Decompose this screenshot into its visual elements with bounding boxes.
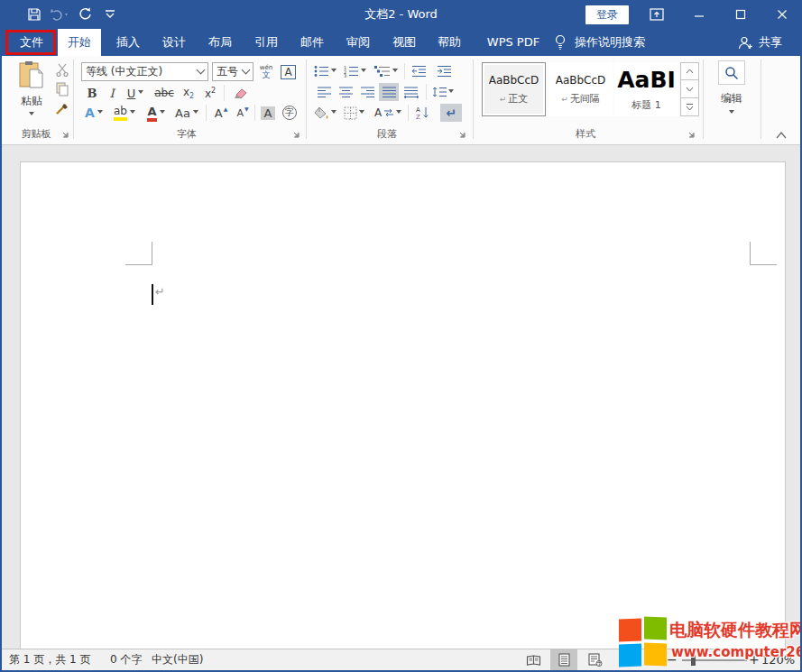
ribbon-display-options-button[interactable] — [646, 4, 668, 25]
tab-design[interactable]: 设计 — [151, 29, 198, 56]
sort-button[interactable]: A Z — [411, 104, 435, 122]
show-hide-marks-button[interactable]: ↵ — [440, 104, 462, 122]
paragraph-mark-icon: ↵ — [446, 106, 456, 120]
multilevel-list-button[interactable] — [372, 62, 401, 80]
document-page[interactable]: ↵ — [20, 161, 786, 653]
tab-wps-pdf[interactable]: WPS PDF — [476, 29, 550, 56]
align-right-icon — [360, 87, 375, 98]
shrink-font-button[interactable]: A ▼ — [233, 104, 253, 122]
editing-button[interactable]: 编辑 — [714, 60, 749, 120]
print-layout-button[interactable] — [550, 649, 577, 670]
phonetic-guide-button[interactable]: wén 文 — [256, 62, 276, 81]
style-heading-1[interactable]: AaBI 标题 1 — [614, 62, 678, 116]
highlight-label: ab — [114, 105, 127, 121]
style-name: 无间隔 — [570, 93, 600, 105]
shading-button[interactable] — [312, 104, 337, 122]
close-button[interactable] — [762, 0, 802, 29]
font-name-combobox[interactable]: 等线 (中文正文) — [81, 62, 208, 81]
copy-button[interactable] — [52, 81, 72, 97]
clear-formatting-button[interactable] — [227, 84, 251, 102]
paragraph-dialog-launcher[interactable] — [456, 129, 467, 140]
align-left-button[interactable] — [314, 83, 334, 101]
svg-text:3: 3 — [344, 73, 346, 78]
style-no-spacing[interactable]: AaBbCcD ↵无间隔 — [548, 62, 613, 116]
styles-scroll-up-button[interactable] — [680, 62, 699, 80]
tab-layout[interactable]: 布局 — [197, 29, 244, 56]
clipboard-dialog-launcher[interactable] — [60, 129, 70, 140]
maximize-icon — [735, 9, 746, 20]
underline-button[interactable]: U — [123, 84, 148, 102]
bold-button[interactable]: B — [83, 84, 101, 102]
shrink-font-label: A — [236, 107, 244, 119]
styles-scroll-down-button[interactable] — [680, 80, 699, 98]
maximize-button[interactable] — [721, 0, 761, 29]
eraser-icon — [231, 87, 247, 99]
word-count-status[interactable]: 0 个字 — [110, 649, 142, 670]
align-right-button[interactable] — [357, 83, 377, 101]
change-case-button[interactable]: Aa — [173, 104, 200, 122]
style-normal[interactable]: AaBbCcD ↵正文 — [482, 62, 546, 116]
page-number-status[interactable]: 第 1 页，共 1 页 — [9, 649, 91, 670]
character-shading-button[interactable]: A — [258, 104, 278, 122]
asian-layout-button[interactable]: A — [372, 104, 404, 122]
text-effects-button[interactable]: A — [81, 104, 106, 122]
numbering-button[interactable]: 123 — [341, 62, 368, 80]
tell-me-search[interactable]: 操作说明搜索 — [554, 29, 645, 56]
tab-help[interactable]: 帮助 — [426, 29, 473, 56]
styles-gallery-more-button[interactable] — [680, 98, 699, 116]
crop-mark-horizontal-right — [750, 264, 777, 265]
tab-file[interactable]: 文件 — [7, 29, 56, 56]
decrease-indent-button[interactable] — [408, 62, 429, 80]
sign-in-button[interactable]: 登录 — [585, 5, 629, 24]
style-name: 标题 1 — [631, 98, 661, 112]
superscript-button[interactable]: x2 — [200, 84, 220, 102]
minimize-icon — [694, 9, 705, 20]
web-layout-button[interactable] — [582, 649, 609, 670]
zoom-level[interactable]: 120% — [761, 649, 795, 670]
styles-dialog-launcher[interactable] — [686, 129, 696, 140]
tab-home[interactable]: 开始 — [58, 29, 101, 56]
paste-dropdown-arrow — [29, 112, 34, 118]
highlight-color-button[interactable]: ab — [110, 104, 139, 122]
zoom-out-button[interactable]: − — [667, 649, 678, 670]
tab-insert[interactable]: 插入 — [105, 29, 152, 56]
font-size-combobox[interactable]: 五号 — [212, 62, 254, 81]
justify-button[interactable] — [379, 83, 399, 101]
tab-references[interactable]: 引用 — [243, 29, 290, 56]
italic-button[interactable]: I — [103, 84, 121, 102]
cut-button[interactable] — [52, 61, 72, 78]
collapse-ribbon-button[interactable] — [770, 128, 792, 142]
font-color-button[interactable]: A — [143, 104, 170, 122]
language-status[interactable]: 中文(中国) — [152, 649, 203, 670]
ribbon: 粘贴 剪贴 — [2, 56, 800, 145]
character-border-button[interactable]: A — [279, 62, 298, 81]
borders-button[interactable] — [341, 104, 366, 122]
font-name-value: 等线 (中文正文) — [86, 64, 162, 79]
paragraph-group: 123 — [307, 56, 473, 145]
subscript-button[interactable]: x2 — [179, 84, 198, 102]
font-dialog-launcher[interactable] — [290, 129, 301, 140]
grow-font-button[interactable]: A ▲ — [211, 104, 231, 122]
share-button[interactable]: 共享 — [738, 29, 782, 56]
zoom-in-button[interactable]: + — [749, 649, 760, 670]
tab-mailings[interactable]: 邮件 — [289, 29, 336, 56]
increase-indent-button[interactable] — [433, 62, 455, 80]
enclose-characters-button[interactable]: 字 — [280, 104, 300, 122]
read-mode-button[interactable] — [520, 649, 547, 670]
tab-view[interactable]: 视图 — [381, 29, 428, 56]
zoom-slider-handle[interactable] — [691, 654, 696, 666]
minimize-button[interactable] — [679, 0, 719, 29]
superscript-digit: 2 — [211, 87, 216, 95]
tab-review[interactable]: 审阅 — [335, 29, 382, 56]
chevron-down-icon — [97, 110, 103, 116]
line-spacing-button[interactable] — [429, 83, 456, 101]
distribute-button[interactable] — [401, 83, 422, 101]
align-center-button[interactable] — [336, 83, 355, 101]
paste-button[interactable]: 粘贴 — [13, 60, 51, 125]
document-area[interactable]: ↵ — [2, 145, 800, 649]
copy-icon — [56, 82, 69, 97]
borders-icon — [344, 106, 357, 120]
strikethrough-button[interactable]: abc — [152, 84, 177, 102]
bullets-button[interactable] — [312, 62, 337, 80]
format-painter-button[interactable] — [52, 101, 72, 117]
